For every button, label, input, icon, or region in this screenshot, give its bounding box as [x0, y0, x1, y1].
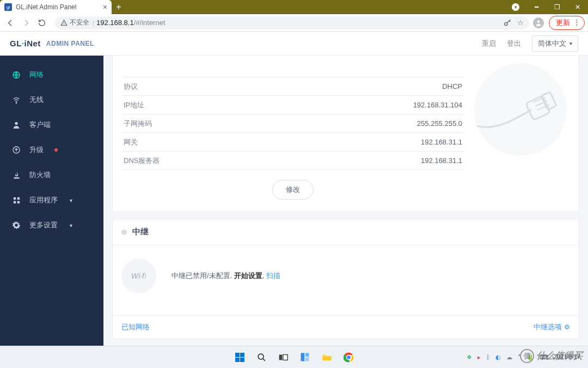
maximize-button[interactable]: ❐	[547, 0, 567, 14]
svg-rect-6	[14, 177, 19, 179]
card-title: 中继	[132, 227, 149, 237]
taskbar-date[interactable]: 2021/8/17	[554, 353, 580, 360]
network-card: 协议DHCP IP地址192.168.31.104 子网掩码255.255.25…	[112, 56, 579, 212]
tray-icon[interactable]: ◐	[495, 354, 501, 361]
battery-icon[interactable]: 🔋	[526, 354, 534, 361]
svg-point-4	[15, 122, 17, 125]
bookmark-star-icon[interactable]: ☆	[517, 19, 524, 27]
insecure-warning: 不安全	[60, 18, 89, 27]
sidebar-item-label: 应用程序	[29, 195, 58, 205]
known-networks-link[interactable]: 已知网络	[121, 322, 150, 332]
bluetooth-icon[interactable]: ᛒ	[486, 354, 490, 360]
back-button[interactable]	[3, 16, 17, 30]
account-icon[interactable]: ▾	[505, 0, 526, 14]
reload-button[interactable]	[35, 16, 49, 30]
table-row: 子网掩码255.255.255.0	[121, 114, 464, 133]
update-badge	[54, 148, 58, 152]
card-header: 中继	[113, 219, 579, 245]
task-view-icon[interactable]	[275, 349, 291, 365]
wifi-illustration: Wi·fı	[121, 258, 156, 293]
svg-point-21	[347, 355, 351, 359]
chevron-up-icon[interactable]: ˄	[518, 354, 521, 361]
sidebar-item-firewall[interactable]: 防火墙	[0, 162, 103, 188]
chevron-down-icon: ▾	[70, 222, 72, 228]
profile-avatar[interactable]	[533, 17, 544, 28]
language-select[interactable]: 简体中文▾	[532, 35, 578, 52]
window-titlebar: gl GL.iNet Admin Panel × + ▾ ━ ❐ ✕	[0, 0, 588, 14]
copyright: 版权 © 2021 GL.iNet. 保留所有权利.	[112, 339, 579, 346]
close-button[interactable]: ✕	[567, 0, 588, 14]
svg-rect-7	[13, 197, 15, 199]
svg-point-3	[16, 102, 16, 103]
svg-rect-10	[17, 201, 19, 203]
repeater-card: 中继 Wi·fı 中继已禁用/未配置. 开始设置, 扫描 已知网络 中继选项 ⚙	[112, 219, 579, 339]
svg-rect-19	[322, 356, 331, 360]
new-tab-button[interactable]: +	[112, 0, 126, 14]
status-dot-icon	[121, 230, 127, 235]
minimize-button[interactable]: ━	[526, 0, 547, 14]
widgets-icon[interactable]	[297, 349, 313, 365]
sidebar-item-label: 无线	[29, 95, 44, 105]
browser-update-button[interactable]: 更新⋮	[549, 16, 585, 30]
apps-icon	[12, 196, 21, 204]
tab-title: GL.iNet Admin Panel	[16, 3, 76, 11]
favicon-icon: gl	[4, 3, 12, 11]
reboot-link[interactable]: 重启	[482, 39, 496, 49]
table-row: 协议DHCP	[121, 77, 464, 96]
sidebar-item-label: 升级	[29, 145, 44, 155]
tab-close-icon[interactable]: ×	[103, 3, 107, 11]
sidebar-item-clients[interactable]: 客户端	[0, 112, 103, 137]
svg-point-0	[505, 22, 507, 25]
firewall-icon	[12, 171, 21, 180]
explorer-icon[interactable]	[319, 349, 334, 365]
window-controls: ▾ ━ ❐ ✕	[505, 0, 588, 14]
url-host: 192.168.8.1	[96, 19, 134, 27]
sidebar-item-wireless[interactable]: 无线	[0, 87, 103, 112]
upgrade-icon	[12, 146, 21, 154]
table-row: DNS服务器192.168.31.1	[121, 152, 464, 170]
svg-rect-17	[305, 353, 309, 357]
svg-rect-14	[279, 354, 282, 360]
logout-link[interactable]: 登出	[507, 39, 521, 49]
start-button[interactable]	[232, 349, 247, 365]
forward-button[interactable]	[19, 16, 33, 30]
globe-icon	[12, 70, 21, 80]
svg-rect-15	[283, 354, 287, 360]
system-tray[interactable]: ❖ ▸ ᛒ ◐ ☁ ˄ 🔋 ⌨ 2021/8/17	[467, 353, 588, 360]
repeater-options-link[interactable]: 中继选项 ⚙	[534, 322, 570, 332]
svg-point-13	[258, 354, 264, 359]
onedrive-icon[interactable]: ☁	[506, 354, 512, 361]
sidebar-item-more[interactable]: 更多设置 ▾	[0, 213, 103, 238]
svg-rect-18	[305, 358, 309, 361]
key-icon[interactable]	[503, 19, 512, 27]
user-icon	[12, 120, 21, 129]
svg-rect-8	[17, 197, 19, 199]
sidebar: 网络 无线 客户端 升级 防火墙 应用程序 ▾ 更多设置 ▾	[0, 56, 103, 346]
repeater-status-text: 中继已禁用/未配置. 开始设置, 扫描	[171, 271, 280, 281]
chrome-icon[interactable]	[341, 349, 356, 365]
table-row: 网关192.168.31.1	[121, 133, 464, 152]
network-info-table: 协议DHCP IP地址192.168.31.104 子网掩码255.255.25…	[121, 63, 464, 200]
sidebar-item-label: 网络	[29, 70, 44, 80]
sidebar-item-upgrade[interactable]: 升级	[0, 137, 103, 162]
chevron-down-icon: ▾	[70, 197, 72, 203]
modify-button[interactable]: 修改	[272, 180, 314, 200]
svg-rect-16	[301, 353, 305, 361]
sidebar-item-network[interactable]: 网络	[0, 62, 103, 87]
cable-illustration	[474, 63, 567, 156]
browser-tab[interactable]: gl GL.iNet Admin Panel ×	[0, 0, 112, 14]
input-icon[interactable]: ⌨	[540, 354, 548, 361]
wifi-icon	[12, 95, 21, 105]
gear-icon: ⚙	[564, 323, 570, 331]
main-content[interactable]: 协议DHCP IP地址192.168.31.104 子网掩码255.255.25…	[103, 56, 588, 346]
address-bar[interactable]: 不安全 | 192.168.8.1/#/internet ☆	[55, 16, 529, 29]
sidebar-item-label: 客户端	[29, 120, 51, 130]
windows-taskbar: ❖ ▸ ᛒ ◐ ☁ ˄ 🔋 ⌨ 2021/8/17 值 什么值得买	[0, 346, 588, 368]
tray-icon[interactable]: ❖	[467, 354, 472, 361]
sidebar-item-label: 更多设置	[29, 220, 58, 230]
svg-point-1	[537, 20, 540, 23]
tray-icon[interactable]: ▸	[477, 354, 481, 361]
search-icon[interactable]	[254, 349, 269, 365]
sidebar-item-apps[interactable]: 应用程序 ▾	[0, 188, 103, 213]
scan-link[interactable]: 扫描	[266, 272, 280, 280]
